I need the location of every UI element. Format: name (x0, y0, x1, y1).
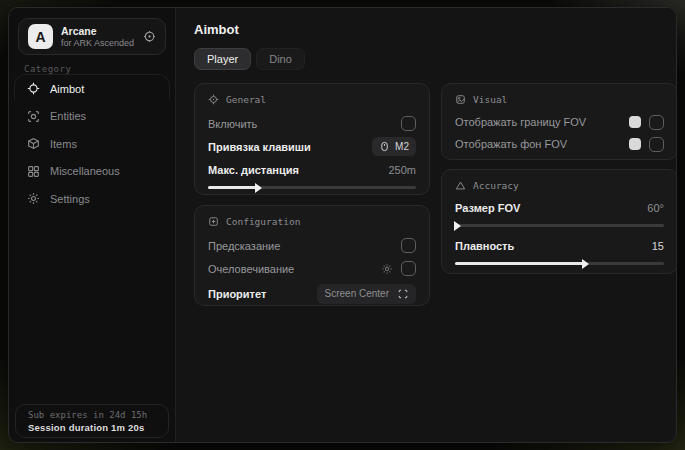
max-distance-label: Макс. дистанция (208, 164, 299, 176)
expand-icon (398, 289, 408, 299)
keybind-value: M2 (395, 141, 409, 152)
card-title: Configuration (226, 216, 300, 227)
card-title: Visual (473, 94, 507, 105)
smoothness-value: 15 (652, 240, 664, 252)
sidebar-item-label: Aimbot (50, 83, 84, 95)
card-general: General Включить Привязка клавиши M2 (194, 83, 430, 195)
enable-label: Включить (208, 118, 257, 130)
sub-expires-text: Sub expires in 24d 15h (28, 410, 156, 420)
logo-texts: Arcane for ARK Ascended (61, 25, 134, 48)
smoothness-slider[interactable] (455, 262, 664, 265)
fov-size-slider[interactable] (455, 224, 664, 227)
app-subtitle: for ARK Ascended (61, 38, 134, 48)
session-duration-text: Session duration 1m 20s (28, 422, 156, 433)
card-accuracy: Accuracy Размер FOV 60° Плавность 15 (441, 169, 677, 274)
fov-border-color-swatch[interactable] (629, 116, 641, 128)
keybind-label: Привязка клавиши (208, 141, 311, 153)
gear-icon (27, 192, 40, 205)
fov-border-label: Отображать границу FOV (455, 116, 586, 128)
priority-label: Приоритет (208, 288, 266, 300)
slider-thumb[interactable] (255, 183, 262, 193)
priority-value: Screen Center (325, 288, 389, 299)
app-title: Arcane (61, 25, 134, 37)
max-distance-slider[interactable] (208, 186, 416, 189)
fov-bg-color-swatch[interactable] (629, 138, 641, 150)
fov-size-value: 60° (647, 202, 664, 214)
fov-bg-checkbox[interactable] (649, 137, 664, 152)
sidebar-item-miscellaneous[interactable]: Miscellaneous (14, 158, 170, 186)
sidebar: A Arcane for ARK Ascended Category (9, 8, 176, 442)
humanize-checkbox[interactable] (401, 261, 416, 276)
fov-border-checkbox[interactable] (649, 115, 664, 130)
mouse-icon (379, 141, 390, 152)
sidebar-item-aimbot[interactable]: Aimbot (14, 75, 170, 103)
priority-dropdown[interactable]: Screen Center (317, 284, 416, 304)
category-label: Category (24, 64, 71, 74)
keybind-button[interactable]: M2 (372, 137, 416, 156)
image-icon (455, 94, 466, 105)
slider-thumb[interactable] (454, 221, 461, 231)
target-icon[interactable] (143, 30, 156, 43)
tab-bar: Player Dino (194, 48, 305, 70)
tab-dino[interactable]: Dino (256, 48, 305, 70)
tab-player[interactable]: Player (194, 48, 251, 70)
enable-checkbox[interactable] (401, 116, 416, 131)
slider-thumb[interactable] (582, 259, 589, 269)
app-logo: A (28, 24, 53, 49)
app-window: A Arcane for ARK Ascended Category (8, 7, 677, 443)
fov-size-label: Размер FOV (455, 202, 520, 214)
prediction-label: Предсказание (208, 240, 280, 252)
tune-icon (208, 216, 219, 227)
sidebar-item-label: Items (50, 138, 77, 150)
main-panel: Aimbot Player Dino General Включить (176, 8, 676, 442)
sidebar-menu: Aimbot Entities Items (14, 75, 170, 213)
card-configuration: Configuration Предсказание Очеловечивани… (194, 205, 430, 306)
sidebar-item-entities[interactable]: Entities (14, 103, 170, 131)
fov-bg-label: Отображать фон FOV (455, 138, 567, 150)
scan-icon (27, 110, 40, 123)
grid-icon (27, 165, 40, 178)
card-title: Accuracy (473, 180, 519, 191)
sidebar-item-label: Entities (50, 110, 86, 122)
triangle-icon (455, 180, 466, 191)
crosshair-icon (27, 82, 40, 95)
scope-icon (208, 94, 219, 105)
logo-card: A Arcane for ARK Ascended (18, 18, 166, 55)
smoothness-label: Плавность (455, 240, 514, 252)
sidebar-item-items[interactable]: Items (14, 130, 170, 158)
subscription-footer: Sub expires in 24d 15h Session duration … (15, 404, 169, 438)
card-title: General (226, 94, 266, 105)
gear-icon[interactable] (381, 263, 393, 275)
sidebar-item-settings[interactable]: Settings (14, 185, 170, 213)
card-visual: Visual Отображать границу FOV Отображать… (441, 83, 677, 160)
humanize-label: Очеловечивание (208, 263, 294, 275)
max-distance-value: 250m (388, 164, 416, 176)
sidebar-item-label: Miscellaneous (50, 165, 120, 177)
prediction-checkbox[interactable] (401, 238, 416, 253)
sidebar-item-label: Settings (50, 193, 90, 205)
box-icon (27, 137, 40, 150)
page-title: Aimbot (194, 22, 239, 37)
